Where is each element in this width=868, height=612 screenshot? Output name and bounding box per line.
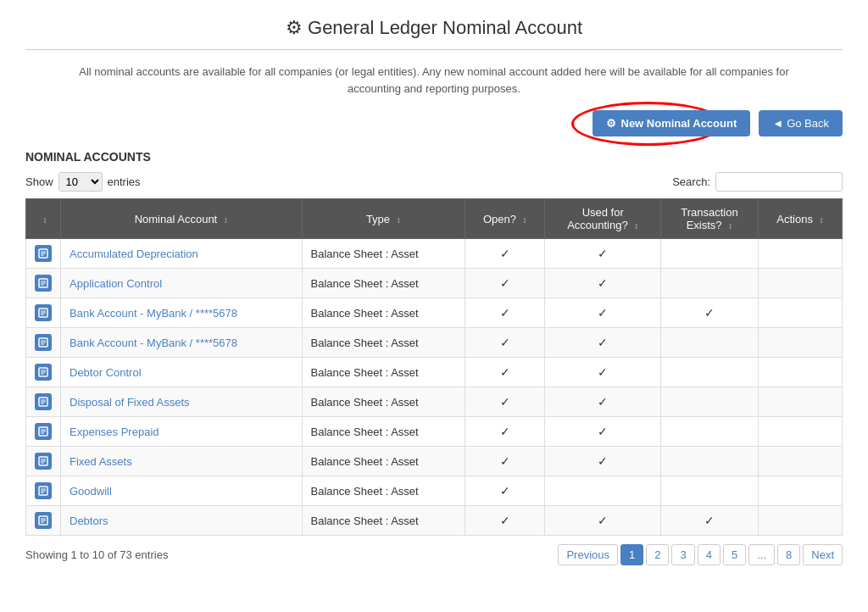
account-accounting: ✓: [545, 269, 661, 298]
checkmark-icon: ✓: [598, 425, 608, 438]
account-open: ✓: [465, 239, 545, 269]
account-open: ✓: [465, 447, 545, 476]
col-transaction[interactable]: TransactionExists? ↕: [661, 199, 759, 239]
ledger-icon: [35, 393, 52, 410]
page-description: All nominal accounts are available for a…: [25, 64, 843, 97]
account-type: Balance Sheet : Asset: [302, 328, 465, 358]
account-type: Balance Sheet : Asset: [302, 506, 465, 536]
ledger-icon: [35, 423, 52, 440]
account-open: ✓: [465, 506, 545, 536]
account-accounting: ✓: [545, 506, 661, 536]
ledger-icon: [35, 482, 52, 499]
checkmark-icon: ✓: [500, 276, 510, 290]
checkmark-icon: ✓: [500, 395, 510, 409]
account-name: Goodwill: [61, 476, 303, 506]
account-name: Debtor Control: [61, 358, 303, 387]
account-accounting: ✓: [545, 358, 661, 387]
account-open: ✓: [465, 269, 545, 298]
go-back-button[interactable]: ◄ Go Back: [759, 110, 843, 136]
checkmark-icon: ✓: [500, 514, 510, 527]
account-open: ✓: [465, 328, 545, 358]
account-transaction: ✓: [661, 298, 759, 328]
account-actions: [758, 447, 842, 476]
page-2-button[interactable]: 2: [646, 544, 669, 565]
ledger-icon: [35, 245, 52, 262]
title-icon: ⚙: [286, 17, 303, 38]
sort-arrows-icon: ↕: [523, 215, 527, 225]
account-accounting: ✓: [545, 298, 661, 328]
account-transaction: [661, 447, 759, 476]
table-row: Fixed AssetsBalance Sheet : Asset✓✓: [26, 447, 843, 476]
page-8-button[interactable]: 8: [777, 544, 800, 565]
account-type: Balance Sheet : Asset: [302, 269, 465, 298]
row-icon-cell: [26, 328, 61, 358]
new-nominal-account-button[interactable]: ⚙ New Nominal Account: [593, 110, 751, 136]
table-row: GoodwillBalance Sheet : Asset✓: [26, 476, 843, 506]
account-transaction: [661, 358, 759, 387]
col-type[interactable]: Type ↕: [302, 199, 465, 239]
account-type: Balance Sheet : Asset: [302, 417, 465, 447]
account-accounting: [545, 476, 661, 506]
ledger-icon: [35, 453, 52, 470]
ledger-icon: [35, 334, 52, 351]
account-name: Bank Account - MyBank / ****5678: [61, 328, 303, 358]
table-header-row: ↕ Nominal Account ↕ Type ↕ Open? ↕ Used …: [26, 199, 843, 239]
account-type: Balance Sheet : Asset: [302, 476, 465, 506]
account-actions: [758, 417, 842, 447]
account-open: ✓: [465, 476, 545, 506]
account-actions: [758, 358, 842, 387]
next-page-button[interactable]: Next: [803, 544, 843, 565]
account-actions: [758, 328, 842, 358]
account-actions: [758, 387, 842, 417]
row-icon-cell: [26, 298, 61, 328]
page-5-button[interactable]: 5: [723, 544, 746, 565]
table-row: Bank Account - MyBank / ****5678Balance …: [26, 328, 843, 358]
row-icon-cell: [26, 387, 61, 417]
row-icon-cell: [26, 417, 61, 447]
sort-arrows-icon: ↕: [728, 221, 732, 231]
account-type: Balance Sheet : Asset: [302, 358, 465, 387]
account-transaction: [661, 328, 759, 358]
checkmark-icon: ✓: [598, 247, 608, 260]
table-row: Accumulated DepreciationBalance Sheet : …: [26, 239, 843, 269]
page-1-button[interactable]: 1: [620, 544, 643, 565]
checkmark-icon: ✓: [500, 336, 510, 349]
col-nominal-account[interactable]: Nominal Account ↕: [61, 199, 303, 239]
account-transaction: [661, 239, 759, 269]
entries-select[interactable]: 10 25 50 100: [58, 172, 103, 192]
showing-info: Showing 1 to 10 of 73 entries: [25, 548, 168, 561]
page-ellipsis: ...: [748, 544, 775, 565]
account-name: Fixed Assets: [61, 447, 303, 476]
page-3-button[interactable]: 3: [671, 544, 694, 565]
account-actions: [758, 506, 842, 536]
page-4-button[interactable]: 4: [698, 544, 721, 565]
row-icon-cell: [26, 269, 61, 298]
account-actions: [758, 476, 842, 506]
col-accounting[interactable]: Used forAccounting? ↕: [545, 199, 661, 239]
account-actions: [758, 239, 842, 269]
col-open[interactable]: Open? ↕: [465, 199, 545, 239]
ledger-icon: [35, 304, 52, 321]
pagination: Previous 1 2 3 4 5 ... 8 Next: [558, 544, 843, 565]
table-row: Expenses PrepaidBalance Sheet : Asset✓✓: [26, 417, 843, 447]
account-open: ✓: [465, 387, 545, 417]
prev-page-button[interactable]: Previous: [558, 544, 618, 565]
checkmark-icon: ✓: [500, 306, 510, 320]
ledger-icon: [35, 364, 52, 381]
account-actions: [758, 269, 842, 298]
page-header: ⚙ General Ledger Nominal Account: [25, 17, 843, 50]
account-type: Balance Sheet : Asset: [302, 387, 465, 417]
action-bar: ⚙ New Nominal Account ◄ Go Back: [25, 110, 843, 136]
search-box: Search:: [672, 172, 843, 192]
row-icon-cell: [26, 447, 61, 476]
account-transaction: [661, 387, 759, 417]
col-actions: Actions ↕: [758, 199, 842, 239]
page-title: ⚙ General Ledger Nominal Account: [25, 17, 843, 39]
checkmark-icon: ✓: [500, 484, 510, 498]
account-open: ✓: [465, 358, 545, 387]
search-input[interactable]: [715, 172, 843, 192]
account-transaction: [661, 476, 759, 506]
table-footer: Showing 1 to 10 of 73 entries Previous 1…: [25, 544, 843, 565]
back-icon: ◄: [772, 117, 783, 130]
account-open: ✓: [465, 417, 545, 447]
